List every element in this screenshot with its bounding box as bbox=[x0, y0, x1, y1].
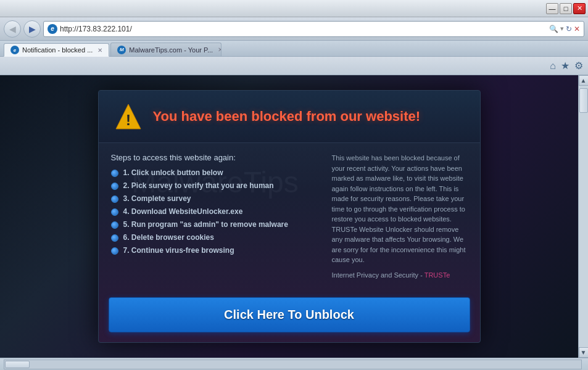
step-item-6: 7. Continue virus-free browsing bbox=[111, 246, 320, 255]
warning-icon: ! bbox=[114, 102, 143, 131]
horizontal-scroll-thumb[interactable] bbox=[5, 361, 30, 368]
blocked-title: You have been blocked from our website! bbox=[153, 109, 421, 125]
title-bar: — □ ✕ bbox=[0, 0, 588, 17]
blocked-body: MalwareTips Steps to access this website… bbox=[99, 143, 480, 290]
scroll-down-arrow[interactable]: ▼ bbox=[579, 347, 589, 358]
close-button[interactable]: ✕ bbox=[573, 3, 586, 14]
step-bullet-2 bbox=[111, 195, 118, 203]
nav-icons: 🔍 ▾ ↻ ✕ bbox=[549, 25, 580, 33]
settings-toolbar-icon[interactable]: ⚙ bbox=[574, 60, 583, 72]
truste-link[interactable]: TRUSTe bbox=[424, 271, 450, 279]
tab-0-label: Notification - blocked ... bbox=[22, 46, 93, 54]
step-item-5: 6. Delete browser cookies bbox=[111, 233, 320, 242]
step-item-2: 3. Complete survey bbox=[111, 194, 320, 203]
scroll-track[interactable] bbox=[579, 86, 588, 347]
step-bullet-1 bbox=[111, 183, 118, 190]
minimize-button[interactable]: — bbox=[546, 3, 558, 14]
step-text-4: 5. Run program "as admin" to remove malw… bbox=[123, 220, 288, 229]
page-content: ! You have been blocked from our website… bbox=[0, 75, 578, 358]
info-section: This website has been blocked because of… bbox=[332, 153, 468, 280]
favorites-toolbar-icon[interactable]: ★ bbox=[561, 60, 569, 72]
search-icon: 🔍 bbox=[549, 25, 558, 33]
ie-icon: e bbox=[48, 24, 57, 34]
tab-0-close[interactable]: ✕ bbox=[97, 47, 102, 54]
info-footer-label: Internet Privacy and Security - bbox=[332, 271, 424, 279]
scroll-thumb[interactable] bbox=[579, 88, 588, 113]
unblock-button[interactable]: Click Here To Unblock bbox=[109, 297, 470, 332]
step-bullet-5 bbox=[111, 234, 118, 242]
blocked-header: ! You have been blocked from our website… bbox=[99, 91, 480, 143]
step-text-3: 4. Download WebsiteUnlocker.exe bbox=[123, 207, 243, 216]
blocked-footer: Click Here To Unblock bbox=[99, 290, 480, 342]
blocked-container: ! You have been blocked from our website… bbox=[98, 90, 481, 343]
step-item-4: 5. Run program "as admin" to remove malw… bbox=[111, 220, 320, 229]
forward-button[interactable]: ▶ bbox=[23, 20, 41, 38]
address-text: http://173.83.222.101/ bbox=[60, 25, 547, 33]
info-footer: Internet Privacy and Security - TRUSTe bbox=[332, 270, 468, 281]
step-item-1: 2. Pick survey to verify that you are hu… bbox=[111, 181, 320, 190]
toolbar: ⌂ ★ ⚙ bbox=[0, 57, 588, 75]
scroll-up-arrow[interactable]: ▲ bbox=[579, 75, 589, 86]
window-controls: — □ ✕ bbox=[546, 3, 586, 14]
tab-0-icon: e bbox=[10, 46, 19, 54]
tab-bar: e Notification - blocked ... ✕ M Malware… bbox=[0, 41, 588, 57]
step-item-0: 1. Click unlock button below bbox=[111, 168, 320, 177]
tab-1[interactable]: M MalwareTips.com - Your P... ✕ bbox=[110, 43, 222, 56]
step-bullet-0 bbox=[111, 170, 118, 177]
step-text-6: 7. Continue virus-free browsing bbox=[123, 246, 234, 255]
step-bullet-6 bbox=[111, 247, 118, 255]
scrollbar-vertical: ▲ ▼ bbox=[578, 75, 588, 358]
tab-1-label: MalwareTips.com - Your P... bbox=[129, 46, 213, 54]
back-button[interactable]: ◀ bbox=[4, 20, 21, 38]
step-text-0: 1. Click unlock button below bbox=[123, 168, 223, 177]
nav-separator: ▾ bbox=[560, 25, 564, 33]
scrollbar-horizontal[interactable] bbox=[4, 360, 582, 369]
maximize-button[interactable]: □ bbox=[560, 3, 572, 14]
nav-bar: ◀ ▶ e http://173.83.222.101/ 🔍 ▾ ↻ ✕ bbox=[0, 17, 588, 41]
step-text-5: 6. Delete browser cookies bbox=[123, 233, 214, 242]
stop-icon[interactable]: ✕ bbox=[574, 25, 580, 33]
tab-0[interactable]: e Notification - blocked ... ✕ bbox=[4, 43, 109, 57]
info-body: This website has been blocked because of… bbox=[332, 153, 468, 265]
refresh-icon[interactable]: ↻ bbox=[566, 25, 572, 33]
tab-1-close[interactable]: ✕ bbox=[218, 46, 222, 53]
steps-section: MalwareTips Steps to access this website… bbox=[111, 153, 320, 280]
browser-window: — □ ✕ ◀ ▶ e http://173.83.222.101/ 🔍 ▾ ↻… bbox=[0, 0, 588, 370]
steps-title: Steps to access this website again: bbox=[111, 153, 320, 162]
address-bar[interactable]: e http://173.83.222.101/ 🔍 ▾ ↻ ✕ bbox=[43, 21, 584, 37]
home-toolbar-icon[interactable]: ⌂ bbox=[550, 60, 556, 72]
step-text-2: 3. Complete survey bbox=[123, 194, 191, 203]
bottom-bar bbox=[0, 358, 588, 370]
content-area: ! You have been blocked from our website… bbox=[0, 75, 588, 358]
step-bullet-4 bbox=[111, 221, 118, 229]
step-item-3: 4. Download WebsiteUnlocker.exe bbox=[111, 207, 320, 216]
svg-text:!: ! bbox=[126, 112, 131, 128]
tab-1-icon: M bbox=[117, 46, 126, 54]
step-text-1: 2. Pick survey to verify that you are hu… bbox=[123, 181, 274, 190]
step-bullet-3 bbox=[111, 208, 118, 216]
